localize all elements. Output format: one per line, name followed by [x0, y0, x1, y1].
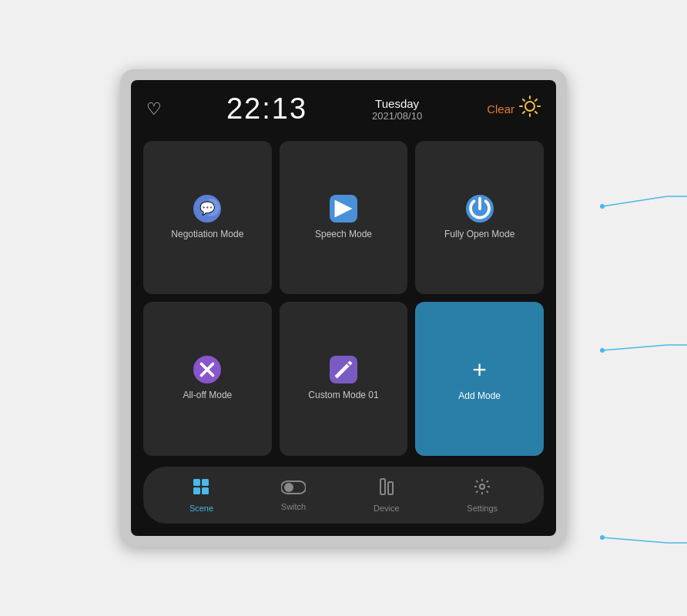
weather-section: Clear [487, 95, 541, 122]
svg-point-0 [525, 102, 535, 111]
all-off-icon [193, 356, 221, 383]
weather-label: Clear [487, 102, 514, 116]
speech-label: Speech Mode [315, 229, 372, 241]
day-name: Tuesday [375, 97, 419, 110]
negotiation-label: Negotiation Mode [171, 229, 243, 241]
mode-tile-custom[interactable]: Custom Mode 01 [280, 302, 408, 456]
add-icon: + [472, 356, 487, 384]
svg-rect-19 [202, 479, 209, 486]
svg-rect-25 [388, 482, 393, 494]
svg-line-27 [602, 196, 667, 206]
mode-grid: 💬 Negotiation Mode [143, 141, 544, 456]
date-info: Tuesday 2021/08/10 [372, 97, 422, 122]
scene-label: Scene [189, 504, 213, 513]
speech-icon [330, 195, 357, 223]
switch-label: Switch [281, 502, 306, 511]
scene-icon [192, 477, 210, 500]
device-frame: ♡ 22:13 Tuesday 2021/08/10 Clear [120, 69, 567, 547]
svg-point-23 [284, 483, 293, 492]
svg-point-26 [480, 484, 484, 489]
heart-icon: ♡ [146, 101, 162, 118]
custom-label: Custom Mode 01 [308, 390, 378, 402]
device-label: Device [374, 504, 400, 513]
device-icon [377, 477, 396, 500]
mode-tile-speech[interactable]: Speech Mode [280, 141, 408, 294]
nav-device[interactable]: Device [361, 474, 412, 516]
svg-line-6 [535, 112, 537, 113]
mode-tile-all-off[interactable]: All-off Mode [143, 302, 272, 456]
sun-icon [519, 95, 541, 122]
svg-point-29 [600, 204, 605, 209]
all-off-label: All-off Mode [183, 390, 232, 402]
svg-rect-21 [202, 487, 209, 494]
fully-open-label: Fully Open Mode [444, 229, 514, 241]
negotiation-icon: 💬 [193, 195, 221, 223]
svg-line-32 [602, 345, 667, 350]
svg-text:💬: 💬 [200, 200, 216, 216]
header: ♡ 22:13 Tuesday 2021/08/10 Clear [143, 92, 544, 126]
svg-line-37 [602, 537, 667, 543]
nav-settings[interactable]: Settings [454, 474, 510, 516]
settings-icon [473, 477, 491, 500]
custom-icon [330, 356, 357, 383]
svg-rect-20 [193, 487, 200, 494]
svg-rect-24 [380, 479, 385, 494]
mode-tile-fully-open[interactable]: Fully Open Mode [415, 141, 544, 294]
svg-line-8 [523, 112, 524, 113]
svg-marker-13 [335, 199, 353, 217]
svg-line-5 [523, 99, 524, 101]
outer-wrapper: ♡ 22:13 Tuesday 2021/08/10 Clear [120, 69, 567, 547]
date-value: 2021/08/10 [372, 110, 422, 122]
svg-point-39 [600, 535, 605, 540]
switch-icon [281, 479, 306, 499]
fully-open-icon [466, 195, 494, 223]
nav-scene[interactable]: Scene [177, 474, 226, 516]
nav-switch[interactable]: Switch [269, 476, 318, 514]
time-display: 22:13 [226, 92, 307, 126]
svg-rect-18 [193, 479, 200, 486]
screen: ♡ 22:13 Tuesday 2021/08/10 Clear [131, 80, 556, 536]
settings-label: Settings [467, 504, 498, 513]
mode-tile-add[interactable]: + Add Mode [415, 302, 544, 456]
add-label: Add Mode [458, 390, 501, 403]
mode-tile-negotiation[interactable]: 💬 Negotiation Mode [143, 141, 272, 294]
svg-line-7 [535, 99, 537, 101]
bottom-nav: Scene Switch [143, 467, 544, 524]
svg-point-34 [600, 348, 605, 353]
